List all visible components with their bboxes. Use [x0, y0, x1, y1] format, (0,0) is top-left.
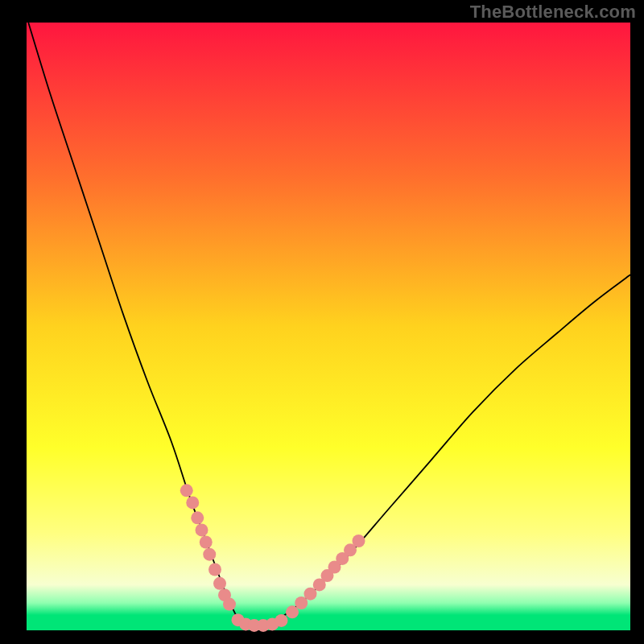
highlight-dot: [191, 511, 204, 524]
highlight-dot: [223, 598, 236, 611]
highlight-dot: [353, 535, 365, 547]
highlight-dot: [196, 523, 208, 536]
chart-frame: TheBottleneck.com: [0, 0, 644, 644]
highlight-dot: [186, 496, 199, 509]
chart-svg: [0, 0, 644, 644]
highlight-dot: [208, 564, 221, 576]
highlight-dot: [275, 614, 288, 627]
highlight-dot: [203, 548, 216, 561]
plot-background: [27, 23, 630, 630]
highlight-dot: [286, 605, 299, 618]
highlight-dot: [200, 536, 213, 549]
highlight-dot: [180, 484, 193, 497]
highlight-dot: [304, 588, 317, 601]
highlight-dot: [213, 577, 226, 590]
watermark-text: TheBottleneck.com: [470, 2, 636, 23]
highlight-dot: [295, 597, 308, 609]
